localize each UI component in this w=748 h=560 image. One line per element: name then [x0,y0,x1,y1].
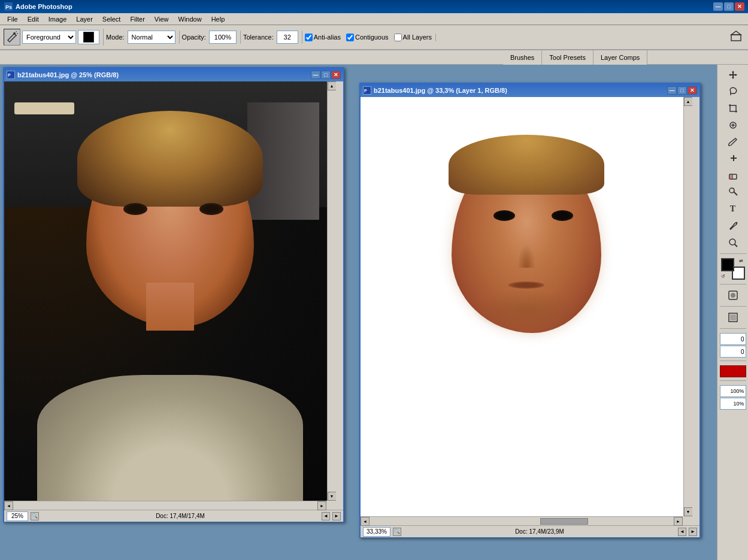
menu-filter[interactable]: Filter [125,14,149,24]
foreground-color-preview[interactable] [78,30,99,44]
window2-scroll-up-btn[interactable]: ▲ [684,97,693,106]
crop-tool-btn[interactable] [725,101,741,116]
scroll-up-btn[interactable]: ▲ [328,81,337,90]
window1-vscrollbar[interactable]: ▲ ▼ [327,81,336,501]
window1-close[interactable]: ✕ [331,71,341,79]
lasso-tool-btn[interactable] [725,84,741,99]
tool-presets-tab[interactable]: Tool Presets [542,50,593,65]
rp-divider-2 [720,284,746,284]
all-layers-checkbox[interactable] [394,34,402,41]
svg-rect-29 [730,314,736,320]
menu-image[interactable]: Image [44,14,72,24]
scroll-right-btn[interactable]: ► [317,501,326,510]
tool-row-3 [725,101,741,116]
window2-controls: — □ ✕ [667,86,697,95]
rp-input-group-2 [720,365,746,377]
mode-label: Mode: [106,34,125,41]
rp-pct1-input[interactable] [720,385,746,397]
svg-marker-7 [731,31,741,35]
image-window-2: P b21tabus401.jpg @ 33,3% (Layer 1, RGB/… [359,83,701,538]
menu-file[interactable]: File [2,14,23,24]
window2-scroll-right-btn[interactable]: ► [674,517,683,526]
close-button[interactable]: ✕ [735,2,744,11]
magic-wand-tool-btn-r[interactable] [725,184,741,200]
extra-tool-section [728,29,744,46]
window1-maximize[interactable]: □ [321,71,331,79]
rp-divider-3 [720,306,746,307]
mode-select[interactable]: Normal [128,31,175,44]
window1-zoom-input[interactable] [7,511,28,521]
anti-alias-checkbox[interactable] [305,34,313,41]
tool-row-1 [725,67,741,83]
window1-next-btn[interactable]: ► [332,512,341,520]
image-window-1-titlebar[interactable]: P b21tabus401.jpg @ 25% (RGB/8) — □ ✕ [4,68,343,81]
clone-stamp-btn[interactable] [725,151,741,167]
magic-wand-tool-btn[interactable] [4,29,20,46]
all-layers-option[interactable]: All Layers [394,34,432,41]
window2-scroll-left-btn[interactable]: ◄ [361,517,370,526]
tool-row-5 [725,134,741,150]
window2-hscrollbar[interactable]: ◄ ► [361,516,683,525]
foreground-color-swatch[interactable] [721,258,734,271]
minimize-button[interactable]: — [713,2,723,11]
default-colors-btn[interactable]: ↺ [721,274,727,280]
opacity-input[interactable] [209,31,237,44]
window1-minimize[interactable]: — [311,71,320,79]
layer-comps-tab[interactable]: Layer Comps [593,50,647,65]
rp-pct2-input[interactable] [720,398,746,410]
window2-prev-btn[interactable]: ◄ [678,528,686,536]
window1-statusbar: 🔍 Doc: 17,4M/17,4M ◄ ► [4,510,343,522]
rp-divider-5 [720,361,746,361]
rp-y-input[interactable] [720,346,746,358]
move-tool-btn[interactable] [725,67,741,83]
window2-close[interactable]: ✕ [688,86,697,95]
scroll-left-btn[interactable]: ◄ [4,501,13,510]
quick-mask-btn[interactable] [725,287,741,303]
maximize-button[interactable]: □ [724,2,734,11]
scroll-down-btn[interactable]: ▼ [328,492,337,501]
window2-zoom-input[interactable] [363,527,390,537]
tolerance-input[interactable] [277,31,298,44]
text-tool-btn[interactable]: T [725,201,741,217]
eraser-tool-btn[interactable] [725,168,741,183]
menu-select[interactable]: Select [98,14,126,24]
window1-prev-btn[interactable]: ◄ [322,512,330,520]
rp-percent-group [720,385,746,410]
window2-zoom-btn[interactable]: 🔍 [393,528,401,536]
window1-hscrollbar[interactable]: ◄ ► [4,501,326,510]
tool-row-9: T [725,201,741,217]
foreground-select[interactable]: Foreground [22,31,76,44]
brushes-tab[interactable]: Brushes [503,50,542,65]
window2-vscrollbar[interactable]: ▲ ▼ [683,97,692,516]
app-title: Adobe Photoshop [16,3,713,10]
brush-tool-btn[interactable] [725,134,741,150]
rp-x-input[interactable] [720,333,746,345]
menu-window[interactable]: Window [174,14,207,24]
window2-scroll-down-btn[interactable]: ▼ [684,507,693,516]
menu-layer[interactable]: Layer [71,14,98,24]
window1-title: b21tabus401.jpg @ 25% (RGB/8) [17,71,311,78]
screen-mode-btn[interactable] [725,310,741,325]
tool-row-7 [725,168,741,183]
menu-edit[interactable]: Edit [23,14,44,24]
window1-zoom-btn[interactable]: 🔍 [31,512,39,520]
extra-tool-btn[interactable] [728,29,744,46]
contiguous-checkbox[interactable] [346,34,354,41]
window2-next-btn[interactable]: ► [689,528,697,536]
zoom-tool-btn[interactable] [725,235,741,250]
app-icon: Ps [4,2,13,11]
tolerance-section: Tolerance: [243,31,302,44]
window2-doc-info: Doc: 17,4M/23,9M [404,528,676,535]
window2-minimize[interactable]: — [667,86,677,95]
healing-tool-btn[interactable] [725,117,741,133]
anti-alias-option[interactable]: Anti-alias [305,34,341,41]
contiguous-option[interactable]: Contiguous [346,34,389,41]
pen-tool-btn[interactable] [725,218,741,234]
image-window-2-titlebar[interactable]: P b21tabus401.jpg @ 33,3% (Layer 1, RGB/… [361,84,699,97]
menu-view[interactable]: View [150,14,174,24]
window2-maximize[interactable]: □ [677,86,687,95]
menu-help[interactable]: Help [207,14,230,24]
rp-divider-1 [720,253,746,254]
swap-colors-btn[interactable]: ⇄ [739,258,745,264]
svg-line-22 [734,188,734,189]
